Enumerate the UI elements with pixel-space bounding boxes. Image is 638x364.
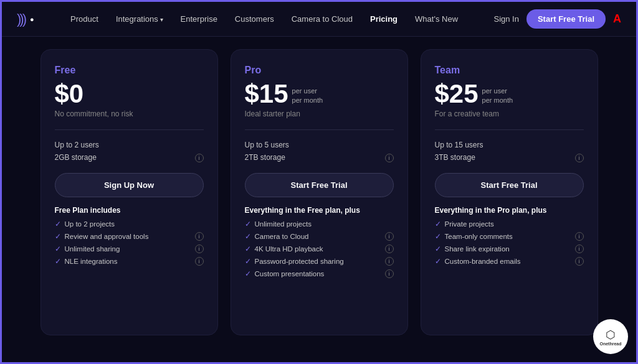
nav-product[interactable]: Product xyxy=(70,14,98,24)
list-item: ✓Unlimited projects xyxy=(245,220,394,228)
pro-price-per: per userper month xyxy=(292,86,323,105)
free-storage-info-icon[interactable]: i xyxy=(195,154,204,162)
list-item: ✓Unlimited sharing i xyxy=(55,245,204,253)
nav-actions: Sign In Start Free Trial A xyxy=(493,9,621,29)
check-icon: ✓ xyxy=(55,220,61,228)
adobe-icon: A xyxy=(613,12,621,26)
pro-price-subtitle: Ideal starter plan xyxy=(245,110,394,118)
info-icon[interactable]: i xyxy=(195,257,204,266)
list-item: ✓Private projects xyxy=(435,220,584,228)
check-icon: ✓ xyxy=(245,269,251,278)
list-item: ✓4K Ultra HD playback i xyxy=(245,245,394,253)
info-icon[interactable]: i xyxy=(385,257,394,266)
nav-pricing[interactable]: Pricing xyxy=(370,14,398,24)
info-icon[interactable]: i xyxy=(195,245,204,253)
check-icon: ✓ xyxy=(435,232,441,241)
onethread-badge-icon: ⬡ xyxy=(606,328,616,342)
free-includes-title: Free Plan includes xyxy=(55,206,204,215)
free-feature-list: ✓Up to 2 projects ✓Review and approval t… xyxy=(55,220,204,266)
team-price-amount: $25 xyxy=(435,81,478,107)
onethread-badge-label: Onethread xyxy=(599,342,621,346)
check-icon: ✓ xyxy=(55,245,61,253)
pro-plan-name: Pro xyxy=(245,65,394,76)
free-plan-card: Free $0 No commitment, no risk Up to 2 u… xyxy=(40,49,218,335)
free-price-subtitle: No commitment, no risk xyxy=(55,110,204,118)
check-icon: ✓ xyxy=(435,257,441,266)
check-icon: ✓ xyxy=(55,257,61,266)
info-icon[interactable]: i xyxy=(575,232,584,241)
signin-button[interactable]: Sign In xyxy=(493,14,518,24)
list-item: ✓Password-protected sharing i xyxy=(245,257,394,266)
nav-camera-cloud[interactable]: Camera to Cloud xyxy=(292,14,353,24)
list-item: ✓Share link expiration i xyxy=(435,245,584,253)
team-plan-name: Team xyxy=(435,65,584,76)
team-price-subtitle: For a creative team xyxy=(435,110,584,118)
check-icon: ✓ xyxy=(245,245,251,253)
onethread-badge[interactable]: ⬡ Onethread xyxy=(593,319,628,354)
team-feature-list: ✓Private projects ✓Team-only comments i … xyxy=(435,220,584,266)
pro-price-amount: $15 xyxy=(245,81,288,107)
nav-customers[interactable]: Customers xyxy=(235,14,274,24)
list-item: ✓NLE integrations i xyxy=(55,257,204,266)
list-item: ✓Custom presentations i xyxy=(245,269,394,278)
team-storage: 3TB storage xyxy=(435,151,475,164)
check-icon: ✓ xyxy=(245,232,251,241)
list-item: ✓Camera to Cloud i xyxy=(245,232,394,241)
free-price-amount: $0 xyxy=(55,81,84,107)
info-icon[interactable]: i xyxy=(575,245,584,253)
info-icon[interactable]: i xyxy=(385,245,394,253)
check-icon: ✓ xyxy=(435,220,441,228)
check-icon: ✓ xyxy=(55,232,61,241)
team-includes-title: Everything in the Pro plan, plus xyxy=(435,206,584,215)
logo-icon: ))) xyxy=(17,11,25,27)
free-price-row: $0 xyxy=(55,81,204,107)
pro-users: Up to 5 users xyxy=(245,139,394,151)
free-cta-button[interactable]: Sign Up Now xyxy=(55,173,204,197)
list-item: ✓Up to 2 projects xyxy=(55,220,204,228)
nav-enterprise[interactable]: Enterprise xyxy=(181,14,217,24)
list-item: ✓Custom-branded emails i xyxy=(435,257,584,266)
team-storage-info-icon[interactable]: i xyxy=(575,154,584,162)
pro-plan-card: Pro $15 per userper month Ideal starter … xyxy=(231,49,408,335)
pro-storage: 2TB storage xyxy=(245,151,285,164)
pro-price-row: $15 per userper month xyxy=(245,81,394,107)
start-trial-button[interactable]: Start Free Trial xyxy=(526,9,606,29)
team-users: Up to 15 users xyxy=(435,139,584,151)
free-storage-info: Up to 2 users 2GB storage i xyxy=(55,139,204,164)
check-icon: ✓ xyxy=(245,257,251,266)
free-storage: 2GB storage xyxy=(55,151,97,164)
logo: ))) ● xyxy=(17,11,35,27)
pro-storage-info: Up to 5 users 2TB storage i xyxy=(245,139,394,164)
logo-wordmark: ● xyxy=(30,16,35,23)
team-cta-button[interactable]: Start Free Trial xyxy=(435,173,584,197)
info-icon[interactable]: i xyxy=(385,232,394,241)
check-icon: ✓ xyxy=(245,220,251,228)
team-price-row: $25 per userper month xyxy=(435,81,584,107)
navbar: ))) ● Product Integrations Enterprise Cu… xyxy=(2,2,636,37)
team-plan-card: Team $25 per userper month For a creativ… xyxy=(421,49,598,335)
pro-feature-list: ✓Unlimited projects ✓Camera to Cloud i ✓… xyxy=(245,220,394,278)
team-storage-info: Up to 15 users 3TB storage i xyxy=(435,139,584,164)
pricing-section: Free $0 No commitment, no risk Up to 2 u… xyxy=(2,37,636,348)
check-icon: ✓ xyxy=(435,245,441,253)
free-plan-name: Free xyxy=(55,65,204,76)
pro-storage-info-icon[interactable]: i xyxy=(385,154,394,162)
nav-integrations[interactable]: Integrations xyxy=(116,14,163,24)
info-icon[interactable]: i xyxy=(385,269,394,278)
list-item: ✓Review and approval tools i xyxy=(55,232,204,241)
nav-links: Product Integrations Enterprise Customer… xyxy=(70,14,458,24)
pro-cta-button[interactable]: Start Free Trial xyxy=(245,173,394,197)
info-icon[interactable]: i xyxy=(195,232,204,241)
nav-whats-new[interactable]: What's New xyxy=(415,14,458,24)
info-icon[interactable]: i xyxy=(575,257,584,266)
list-item: ✓Team-only comments i xyxy=(435,232,584,241)
pro-includes-title: Everything in the Free plan, plus xyxy=(245,206,394,215)
team-price-per: per userper month xyxy=(482,86,513,105)
free-users: Up to 2 users xyxy=(55,139,204,151)
